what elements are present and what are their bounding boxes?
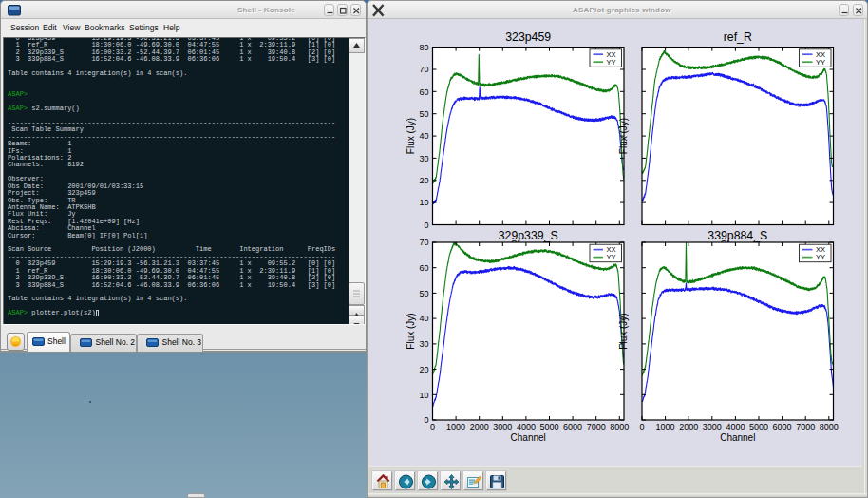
svg-text:Flux (Jy): Flux (Jy) bbox=[406, 313, 416, 349]
svg-text:6000: 6000 bbox=[563, 422, 582, 431]
svg-text:329p339_S: 329p339_S bbox=[499, 229, 558, 242]
svg-text:323p459: 323p459 bbox=[505, 30, 551, 44]
svg-text:YY: YY bbox=[816, 253, 825, 261]
svg-text:60: 60 bbox=[419, 263, 428, 273]
svg-text:80: 80 bbox=[419, 43, 428, 52]
svg-text:8000: 8000 bbox=[820, 422, 839, 431]
svg-text:2000: 2000 bbox=[679, 422, 698, 431]
svg-text:40: 40 bbox=[419, 131, 428, 141]
svg-text:YY: YY bbox=[607, 58, 616, 67]
svg-text:20: 20 bbox=[419, 365, 428, 374]
svg-text:5000: 5000 bbox=[539, 422, 558, 431]
svg-text:YY: YY bbox=[816, 58, 825, 67]
svg-text:4000: 4000 bbox=[517, 422, 536, 431]
svg-text:4000: 4000 bbox=[726, 422, 745, 431]
svg-text:70: 70 bbox=[419, 238, 428, 247]
svg-text:0: 0 bbox=[424, 415, 428, 425]
svg-text:6000: 6000 bbox=[773, 422, 792, 431]
svg-text:1000: 1000 bbox=[446, 422, 465, 431]
svg-text:YY: YY bbox=[607, 253, 616, 261]
svg-text:8000: 8000 bbox=[610, 422, 629, 431]
svg-text:0: 0 bbox=[639, 422, 644, 431]
svg-text:Channel: Channel bbox=[720, 432, 755, 443]
svg-text:70: 70 bbox=[419, 65, 428, 74]
svg-text:30: 30 bbox=[419, 339, 428, 349]
svg-text:0: 0 bbox=[430, 422, 435, 431]
svg-text:10: 10 bbox=[419, 391, 428, 400]
svg-text:40: 40 bbox=[419, 314, 428, 323]
svg-text:20: 20 bbox=[419, 176, 428, 185]
svg-text:60: 60 bbox=[419, 87, 428, 97]
svg-text:ref_R: ref_R bbox=[724, 30, 752, 44]
svg-text:3000: 3000 bbox=[703, 422, 722, 431]
svg-text:Flux (Jy): Flux (Jy) bbox=[406, 118, 416, 154]
svg-text:7000: 7000 bbox=[587, 422, 606, 431]
svg-text:339p884_S: 339p884_S bbox=[708, 229, 767, 242]
svg-text:10: 10 bbox=[419, 198, 428, 207]
svg-text:2000: 2000 bbox=[470, 422, 489, 431]
svg-text:Flux (Jy): Flux (Jy) bbox=[618, 118, 629, 154]
svg-text:0: 0 bbox=[424, 220, 428, 230]
svg-text:Flux (Jy): Flux (Jy) bbox=[618, 313, 629, 349]
svg-text:50: 50 bbox=[419, 109, 428, 119]
svg-text:5000: 5000 bbox=[749, 422, 768, 431]
svg-text:3000: 3000 bbox=[493, 422, 512, 431]
svg-text:Channel: Channel bbox=[511, 432, 546, 443]
svg-text:1000: 1000 bbox=[656, 422, 675, 431]
svg-text:7000: 7000 bbox=[796, 422, 815, 431]
svg-text:50: 50 bbox=[419, 289, 428, 298]
svg-text:30: 30 bbox=[419, 154, 428, 163]
